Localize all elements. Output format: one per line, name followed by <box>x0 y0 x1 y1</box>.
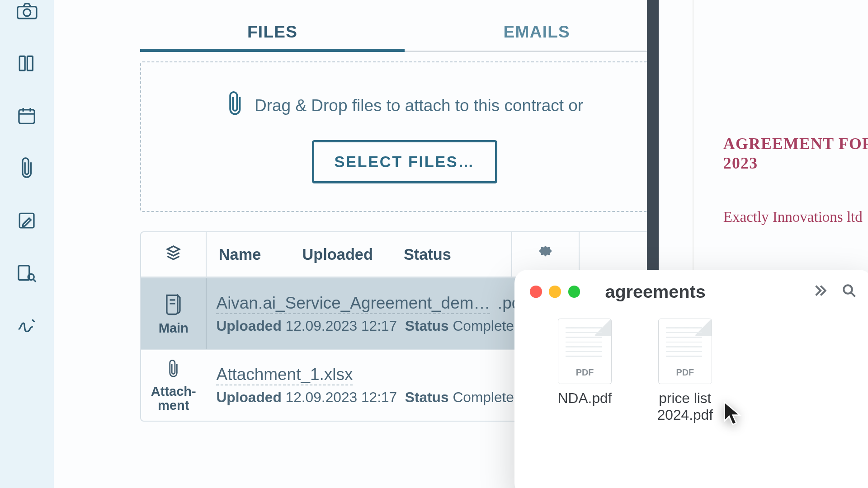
verified-badge-icon <box>537 244 554 265</box>
books-icon <box>17 54 36 75</box>
svg-rect-2 <box>20 56 25 70</box>
signature-icon <box>17 317 37 336</box>
finder-header: agreements <box>514 270 868 305</box>
dropzone-text: Drag & Drop files to attach to this cont… <box>255 96 583 115</box>
svg-rect-4 <box>19 110 34 123</box>
paperclip-icon <box>19 156 34 183</box>
layers-icon <box>165 244 182 265</box>
search-icon[interactable] <box>841 283 857 300</box>
tab-files[interactable]: FILES <box>140 23 405 52</box>
chevron-double-right-icon[interactable] <box>813 283 828 300</box>
calendar-icon <box>17 106 36 127</box>
tab-emails[interactable]: EMAILS <box>405 23 669 52</box>
sidebar-item-camera[interactable] <box>15 0 39 24</box>
col-status[interactable]: Status <box>404 246 511 263</box>
sidebar-item-search[interactable] <box>15 263 39 286</box>
sidebar <box>0 0 54 488</box>
col-type[interactable] <box>141 232 207 277</box>
contract-icon <box>163 293 184 318</box>
sidebar-item-attachments[interactable] <box>15 157 39 181</box>
finder-file[interactable]: PDF price list 2024.pdf <box>643 319 727 423</box>
dropzone-label: Drag & Drop files to attach to this cont… <box>226 89 583 122</box>
cell-kind: Attach- ment <box>141 350 207 421</box>
finder-file[interactable]: PDF NDA.pdf <box>543 319 627 423</box>
svg-point-14 <box>844 285 852 293</box>
svg-point-1 <box>23 9 30 16</box>
sidebar-item-notes[interactable] <box>15 210 39 234</box>
cell-kind: Main <box>141 278 207 349</box>
file-label: price list 2024.pdf <box>643 390 727 423</box>
file-label: NDA.pdf <box>558 390 612 406</box>
kind-label: Main <box>159 321 189 335</box>
col-name[interactable]: Name <box>207 246 302 263</box>
file-dropzone[interactable]: Drag & Drop files to attach to this cont… <box>140 61 669 212</box>
kind-label: Attach- ment <box>151 385 196 412</box>
close-button[interactable] <box>530 286 542 297</box>
sidebar-item-sign[interactable] <box>15 315 39 339</box>
window-controls <box>530 286 580 297</box>
content-tabs: FILES EMAILS <box>140 23 669 52</box>
finder-body: PDF NDA.pdf PDF price list 2024.pdf <box>514 305 868 436</box>
pdf-thumb-icon: PDF <box>558 319 612 384</box>
preview-title: AGREEMENT FOR AIVAN 2023 <box>723 134 868 173</box>
sidebar-item-calendar[interactable] <box>15 105 39 129</box>
maximize-button[interactable] <box>568 286 580 297</box>
camera-icon <box>16 2 38 22</box>
finder-title: agreements <box>605 282 798 302</box>
paperclip-icon <box>226 89 244 122</box>
svg-line-15 <box>852 293 855 296</box>
finder-window[interactable]: agreements PDF NDA.pdf PDF price list 20… <box>514 270 868 488</box>
file-name[interactable]: Attachment_1.xlsx <box>216 365 353 385</box>
svg-rect-3 <box>28 56 33 70</box>
preview-subtitle: Exactly Innovations ltd <box>723 209 863 225</box>
pdf-thumb-icon: PDF <box>658 319 712 384</box>
select-files-button[interactable]: SELECT FILES… <box>312 140 498 184</box>
sidebar-item-books[interactable] <box>15 52 39 76</box>
document-edit-icon <box>17 211 36 232</box>
col-uploaded[interactable]: Uploaded <box>302 246 404 263</box>
paperclip-icon <box>167 359 180 381</box>
file-name[interactable]: Aivan.ai_Service_Agreement_dem… <box>216 294 490 314</box>
svg-line-11 <box>33 279 36 282</box>
minimize-button[interactable] <box>549 286 561 297</box>
search-doc-icon <box>17 264 37 285</box>
